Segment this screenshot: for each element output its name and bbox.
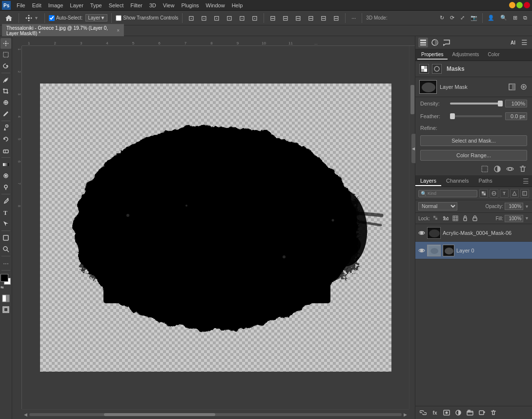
align-right[interactable]: ⊡ [212,13,222,23]
filter-smart-icon[interactable] [520,189,529,198]
menu-edit[interactable]: Edit [29,1,44,9]
gradient-tool-btn[interactable] [0,159,11,170]
maximize-button[interactable] [516,2,523,8]
3d-move-icon[interactable]: ⟳ [448,14,456,22]
blend-mode-select[interactable]: Normal [418,202,457,210]
select-and-mask-button[interactable]: Select and Mask... [420,135,527,146]
menu-plugins[interactable]: Plugins [178,1,202,9]
align-center-v[interactable]: ⊡ [237,13,247,23]
layer-visibility-acrylic[interactable] [418,230,425,236]
new-layer-btn[interactable] [477,408,487,417]
brush-tool-btn[interactable] [0,108,11,119]
align-top[interactable]: ⊡ [225,13,234,23]
new-group-btn[interactable] [465,408,475,417]
add-style-btn[interactable]: fx [430,408,440,417]
workspace-icon[interactable]: ⊞ [511,14,519,22]
filter-shape-icon[interactable] [510,189,519,198]
layer-visibility-layer0[interactable] [418,247,425,254]
foreground-color[interactable] [0,274,8,282]
auto-select-checkbox[interactable]: Auto-Select: [49,15,82,21]
blur-tool-btn[interactable] [0,170,11,181]
document-tab[interactable]: Thessaloniki - Greece 1.jpg @ 19.7% (Lay… [2,24,124,38]
delete-mask-icon[interactable] [518,165,527,173]
opacity-dropdown-arrow[interactable]: ▼ [525,204,529,209]
distribute-bottom[interactable]: ⊟ [331,13,341,23]
zoom-tool-btn[interactable] [0,244,11,254]
mask-circle-icon-btn[interactable] [430,38,440,47]
eraser-tool-btn[interactable] [0,145,11,156]
lasso-tool-btn[interactable] [0,61,11,71]
mask-apply-icon[interactable] [508,83,516,91]
panel-collapse-arrow[interactable]: ◀ [411,134,415,163]
tab-paths[interactable]: Paths [474,176,497,186]
add-adjustment-btn[interactable] [453,408,463,417]
lock-position-icon[interactable] [461,214,469,222]
menu-window[interactable]: Window [203,1,228,9]
menu-type[interactable]: Type [87,1,105,9]
layers-panel-menu[interactable]: ☰ [520,177,532,185]
chat-icon-btn[interactable] [442,38,451,47]
add-mask-btn[interactable] [442,408,451,417]
layers-search[interactable]: 🔍 Kind [418,190,477,197]
panel-ai-icon[interactable]: AI [508,38,518,47]
shape-tool-btn[interactable] [0,232,11,243]
fill-value[interactable]: 100% [505,215,523,222]
distribute-top[interactable]: ⊟ [306,13,316,23]
3d-rotate-icon[interactable]: ↻ [438,14,446,22]
scroll-left-arrow[interactable]: ◀ [24,412,27,417]
swap-colors[interactable]: ⇆ [0,285,4,290]
path-select-btn[interactable] [0,218,11,229]
layer-item-acrylic[interactable]: Acrylic-Mask_0004_Mask-06 [415,224,532,242]
tab-properties[interactable]: Properties [417,50,448,60]
filter-pixel-icon[interactable] [479,189,488,198]
tab-adjustments[interactable]: Adjustments [449,50,483,60]
distribute-center-h[interactable]: ⊟ [281,13,290,23]
density-slider[interactable] [450,103,502,105]
pen-tool-btn[interactable] [0,196,11,207]
mask-options-icon[interactable] [519,83,528,91]
color-range-button[interactable]: Color Range... [420,150,527,161]
tab-color[interactable]: Color [484,50,504,60]
link-layers-btn[interactable] [418,408,428,417]
align-bottom[interactable]: ⊡ [250,13,260,23]
align-left[interactable]: ⊡ [186,13,196,23]
lock-artboard-icon[interactable] [451,214,459,222]
quick-mask-btn[interactable] [0,293,11,304]
more-options[interactable]: ··· [349,14,358,22]
h-scrollbar-thumb[interactable] [104,413,216,416]
tab-layers[interactable]: Layers [415,176,441,186]
vertical-scrollbar[interactable] [409,46,415,409]
marquee-tool-btn[interactable] [0,49,11,60]
dodge-tool-btn[interactable] [0,182,11,192]
auto-select-dropdown[interactable]: Layer ▼ [85,14,107,21]
distribute-center-v[interactable]: ⊟ [319,13,328,23]
lock-all-icon[interactable] [471,214,479,222]
3d-scale-icon[interactable]: ⤢ [458,14,467,22]
distribute-right[interactable]: ⊟ [293,13,303,23]
3d-camera-icon[interactable]: 📷 [469,14,479,22]
tab-close-button[interactable]: × [117,28,120,33]
menu-file[interactable]: File [14,1,28,9]
tab-channels[interactable]: Channels [441,176,473,186]
scroll-right-arrow[interactable]: ▶ [404,412,407,417]
move-tool[interactable]: ▼ [23,13,41,23]
selection-icon[interactable] [480,165,489,173]
search-icon[interactable]: 🔍 [498,14,509,22]
menu-view[interactable]: View [160,1,178,9]
eyedropper-tool-btn[interactable] [0,75,11,85]
align-center-h[interactable]: ⊡ [199,13,209,23]
clone-stamp-btn[interactable] [0,123,11,133]
history-brush-btn[interactable] [0,134,11,145]
user-icon[interactable]: 👤 [486,14,496,22]
menu-3d[interactable]: 3D [146,1,159,9]
healing-tool-btn[interactable] [0,97,11,108]
filter-adj-icon[interactable] [490,189,498,198]
lock-image-icon[interactable] [442,214,450,222]
menu-select[interactable]: Select [106,1,127,9]
menu-filter[interactable]: Filter [127,1,145,9]
properties-icon-btn[interactable] [418,38,428,47]
panel-menu-icon[interactable]: ☰ [519,38,529,47]
arrange-icon[interactable]: ⧉ [521,14,529,22]
menu-image[interactable]: Image [45,1,66,9]
distribute-left[interactable]: ⊟ [268,13,278,23]
